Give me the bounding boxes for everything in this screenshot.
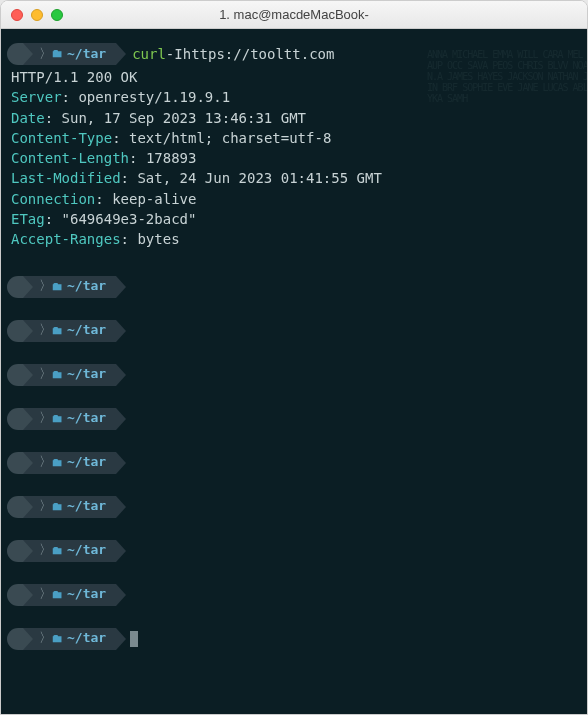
path-dir: tar xyxy=(83,453,106,472)
header-value: "649649e3-2bacd" xyxy=(62,211,197,227)
path-dir: tar xyxy=(83,585,106,604)
folder-icon: 🖿 xyxy=(52,411,63,427)
path-dir: tar xyxy=(83,321,106,340)
path-slash: / xyxy=(75,321,83,340)
chevron-icon: 〉 xyxy=(39,409,52,428)
path-slash: / xyxy=(75,497,83,516)
path-slash: / xyxy=(75,277,83,296)
terminal-body[interactable]: ANNA MICHAEL EMMA WILL CARA MEL JAVAUP O… xyxy=(1,29,587,714)
header-value: bytes xyxy=(137,231,179,247)
prompt-row-empty: 〉🖿~/tar xyxy=(7,320,581,342)
prompt-segment-path: 〉🖿~/tar xyxy=(23,452,116,474)
path-dir: tar xyxy=(83,45,106,64)
header-key: Connection xyxy=(11,191,95,207)
path-slash: / xyxy=(75,629,83,648)
prompt-segment-apple xyxy=(7,496,23,518)
folder-icon: 🖿 xyxy=(52,279,63,295)
path-tilde: ~ xyxy=(67,409,75,428)
headers-container: Server: openresty/1.19.9.1Date: Sun, 17 … xyxy=(7,87,581,249)
path-tilde: ~ xyxy=(67,277,75,296)
chevron-icon: 〉 xyxy=(39,541,52,560)
window-title: 1. mac@macdeMacBook- xyxy=(1,7,587,22)
prompt-segment-path: 〉🖿~/tar xyxy=(23,364,116,386)
prompt-segment-apple xyxy=(7,540,23,562)
path-dir: tar xyxy=(83,541,106,560)
prompt-row-empty: 〉🖿~/tar xyxy=(7,540,581,562)
header-line: Date: Sun, 17 Sep 2023 13:46:31 GMT xyxy=(7,108,581,128)
path-dir: tar xyxy=(83,277,106,296)
prompt-segment-path: 〉🖿~/tar xyxy=(23,320,116,342)
empty-prompts: 〉🖿~/tar〉🖿~/tar〉🖿~/tar〉🖿~/tar〉🖿~/tar〉🖿~/t… xyxy=(7,276,581,650)
traffic-lights xyxy=(11,9,63,21)
prompt-row-empty: 〉🖿~/tar xyxy=(7,584,581,606)
header-line: ETag: "649649e3-2bacd" xyxy=(7,209,581,229)
path-tilde: ~ xyxy=(67,365,75,384)
prompt-segment-apple xyxy=(7,364,23,386)
header-line: Content-Type: text/html; charset=utf-8 xyxy=(7,128,581,148)
path-tilde: ~ xyxy=(67,321,75,340)
command-flag: -I xyxy=(166,44,183,64)
titlebar: 1. mac@macdeMacBook- xyxy=(1,1,587,29)
http-status-line: HTTP/1.1 200 OK xyxy=(7,67,581,87)
header-value: Sat, 24 Jun 2023 01:41:55 GMT xyxy=(137,170,381,186)
header-value: Sun, 17 Sep 2023 13:46:31 GMT xyxy=(62,110,306,126)
chevron-icon: 〉 xyxy=(39,321,52,340)
cursor xyxy=(130,631,138,647)
maximize-button[interactable] xyxy=(51,9,63,21)
prompt-row-command: 〉 🖿 ~/tar curl -I https://tooltt.com xyxy=(7,43,581,65)
prompt-segment-path: 〉🖿~/tar xyxy=(23,540,116,562)
path-tilde: ~ xyxy=(67,453,75,472)
chevron-icon: 〉 xyxy=(39,453,52,472)
header-value: 178893 xyxy=(146,150,197,166)
header-line: Accept-Ranges: bytes xyxy=(7,229,581,249)
prompt-segment-path: 〉🖿~/tar xyxy=(23,408,116,430)
path-dir: tar xyxy=(83,629,106,648)
header-key: Content-Length xyxy=(11,150,129,166)
close-button[interactable] xyxy=(11,9,23,21)
chevron-icon: 〉 xyxy=(39,45,52,64)
chevron-icon: 〉 xyxy=(39,585,52,604)
path-tilde: ~ xyxy=(67,585,75,604)
header-line: Server: openresty/1.19.9.1 xyxy=(7,87,581,107)
command-name: curl xyxy=(132,44,166,64)
prompt-segment-path: 〉🖿~/tar xyxy=(23,584,116,606)
header-value: openresty/1.19.9.1 xyxy=(78,89,230,105)
path-slash: / xyxy=(75,365,83,384)
folder-icon: 🖿 xyxy=(52,499,63,515)
prompt-segment-path: 〉🖿~/tar xyxy=(23,628,116,650)
header-line: Content-Length: 178893 xyxy=(7,148,581,168)
prompt-row-empty: 〉🖿~/tar xyxy=(7,452,581,474)
folder-icon: 🖿 xyxy=(52,367,63,383)
folder-icon: 🖿 xyxy=(52,631,63,647)
folder-icon: 🖿 xyxy=(52,323,63,339)
prompt-segment-path: 〉🖿~/tar xyxy=(23,276,116,298)
folder-icon: 🖿 xyxy=(52,46,63,62)
header-line: Connection: keep-alive xyxy=(7,189,581,209)
folder-icon: 🖿 xyxy=(52,543,63,559)
folder-icon: 🖿 xyxy=(52,587,63,603)
path-slash: / xyxy=(75,453,83,472)
path-dir: tar xyxy=(83,365,106,384)
prompt-segment-apple xyxy=(7,452,23,474)
path-slash: / xyxy=(75,585,83,604)
header-line: Last-Modified: Sat, 24 Jun 2023 01:41:55… xyxy=(7,168,581,188)
chevron-icon: 〉 xyxy=(39,365,52,384)
prompt-segment-apple xyxy=(7,408,23,430)
command-url: https://tooltt.com xyxy=(183,44,335,64)
path-dir: tar xyxy=(83,409,106,428)
prompt-segment-apple xyxy=(7,43,23,65)
chevron-icon: 〉 xyxy=(39,629,52,648)
folder-icon: 🖿 xyxy=(52,455,63,471)
path-tilde: ~ xyxy=(67,629,75,648)
path-dir: tar xyxy=(83,497,106,516)
prompt-row-empty: 〉🖿~/tar xyxy=(7,628,581,650)
path-tilde: ~ xyxy=(67,541,75,560)
path-slash: / xyxy=(75,541,83,560)
prompt-row-empty: 〉🖿~/tar xyxy=(7,276,581,298)
prompt-segment-apple xyxy=(7,584,23,606)
minimize-button[interactable] xyxy=(31,9,43,21)
path-tilde: ~ xyxy=(67,497,75,516)
command-line: curl -I https://tooltt.com xyxy=(132,44,334,64)
prompt-segment-path: 〉🖿~/tar xyxy=(23,496,116,518)
header-value: keep-alive xyxy=(112,191,196,207)
